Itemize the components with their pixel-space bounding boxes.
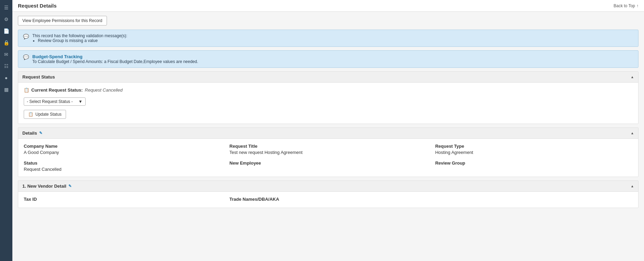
vendor-detail-title-text: 1. New Vendor Detail <box>22 184 66 189</box>
validation-alert-text: This record has the following validation… <box>32 33 127 38</box>
details-header[interactable]: Details ✎ ▲ <box>18 128 638 139</box>
request-type-label: Request Type <box>435 144 633 149</box>
current-status-label: Current Request Status: <box>31 87 83 93</box>
sidebar: ☰ ⚙ 📄 🔒 ✉ ☷ ● ▩ <box>0 0 12 261</box>
request-title-label: Request Title <box>229 144 427 149</box>
vendor-detail-collapse-icon: ▲ <box>631 184 634 188</box>
budget-alert-content: Budget-Spend Tracking To Calculate Budge… <box>32 54 198 64</box>
budget-alert-text: To Calculate Budget / Spend Amounts: a F… <box>32 59 198 64</box>
request-title-value: Test new request Hosting Agreement <box>229 150 427 155</box>
trade-names-label: Trade Names/DBA/AKA <box>229 197 427 202</box>
detail-status: Status Request Cancelled <box>24 160 221 172</box>
review-group-label: Review Group <box>435 160 633 166</box>
collapse-icon: ▲ <box>631 75 634 79</box>
update-status-button[interactable]: 📋 Update Status <box>24 110 66 119</box>
details-grid: Company Name A Good Company Request Titl… <box>24 144 633 172</box>
update-status-label: Update Status <box>35 112 62 117</box>
hamburger-icon[interactable]: ☰ <box>1 3 11 12</box>
request-status-panel: Request Status ▲ 📋 Current Request Statu… <box>18 71 638 124</box>
select-status-label: - Select Request Status - <box>27 99 73 104</box>
detail-tax-id: Tax ID <box>24 197 221 203</box>
request-status-header[interactable]: Request Status ▲ <box>18 72 638 83</box>
chat-bubble-icon: 💬 <box>23 54 29 60</box>
group-icon[interactable]: ▩ <box>1 85 11 94</box>
back-to-top-label: Back to Top <box>614 3 635 8</box>
chat-icon: 💬 <box>23 34 29 39</box>
detail-review-group: Review Group <box>435 160 633 172</box>
vendor-detail-title: 1. New Vendor Detail ✎ <box>22 184 72 189</box>
new-employee-label: New Employee <box>229 160 427 166</box>
mail-icon[interactable]: ✉ <box>1 50 11 59</box>
person-icon[interactable]: ● <box>1 73 11 83</box>
details-title: Details ✎ <box>22 130 42 136</box>
arrow-up-icon: ↑ <box>636 3 638 8</box>
company-name-value: A Good Company <box>24 150 221 155</box>
budget-alert-title: Budget-Spend Tracking <box>32 54 198 59</box>
tax-id-label: Tax ID <box>24 197 221 202</box>
detail-company-name: Company Name A Good Company <box>24 144 221 155</box>
header-bar: Request Details Back to Top ↑ <box>12 0 644 12</box>
validation-alert-content: This record has the following validation… <box>32 33 127 43</box>
request-type-value: Hosting Agreement <box>435 150 633 155</box>
vendor-detail-panel: 1. New Vendor Detail ✎ ▲ Tax ID Trade Na… <box>18 180 638 208</box>
vendor-detail-edit-icon[interactable]: ✎ <box>68 184 72 188</box>
detail-new-employee: New Employee <box>229 160 427 172</box>
detail-request-title: Request Title Test new request Hosting A… <box>229 144 427 155</box>
update-status-icon: 📋 <box>28 112 33 117</box>
current-status-value: Request Cancelled <box>85 87 123 93</box>
details-collapse-icon: ▲ <box>631 131 634 135</box>
vendor-detail-body: Tax ID Trade Names/DBA/AKA <box>18 192 638 208</box>
request-status-body: 📋 Current Request Status: Request Cancel… <box>18 83 638 124</box>
validation-alert-item: Review Group is missing a value <box>38 38 127 43</box>
status-value-field: Request Cancelled <box>24 167 221 172</box>
details-edit-icon[interactable]: ✎ <box>39 131 42 135</box>
main-area: Request Details Back to Top ↑ View Emplo… <box>12 0 644 261</box>
select-request-status[interactable]: - Select Request Status - ▼ <box>24 97 86 106</box>
details-panel: Details ✎ ▲ Company Name A Good Company … <box>18 127 638 177</box>
view-permissions-button[interactable]: View Employee Permissions for this Recor… <box>18 16 107 25</box>
validation-alert-list: Review Group is missing a value <box>38 38 127 43</box>
vendor-detail-header[interactable]: 1. New Vendor Detail ✎ ▲ <box>18 181 638 192</box>
details-body: Company Name A Good Company Request Titl… <box>18 139 638 177</box>
page-title: Request Details <box>18 3 57 9</box>
status-icon: 📋 <box>24 87 29 93</box>
chart-icon[interactable]: ☷ <box>1 61 11 71</box>
content-area: View Employee Permissions for this Recor… <box>12 12 644 261</box>
details-title-text: Details <box>22 130 37 136</box>
status-label-field: Status <box>24 160 221 166</box>
vendor-detail-grid: Tax ID Trade Names/DBA/AKA <box>24 197 633 203</box>
document-icon[interactable]: 📄 <box>1 26 11 36</box>
detail-trade-names: Trade Names/DBA/AKA <box>229 197 427 203</box>
request-status-title: Request Status <box>22 74 55 80</box>
current-status-row: 📋 Current Request Status: Request Cancel… <box>24 87 633 93</box>
lock-icon[interactable]: 🔒 <box>1 38 11 48</box>
validation-alert: 💬 This record has the following validati… <box>18 30 638 47</box>
back-to-top-button[interactable]: Back to Top ↑ <box>614 3 638 8</box>
company-name-label: Company Name <box>24 144 221 149</box>
budget-alert: 💬 Budget-Spend Tracking To Calculate Bud… <box>18 50 638 68</box>
gear-icon[interactable]: ⚙ <box>1 14 11 24</box>
dropdown-arrow-icon: ▼ <box>78 99 83 104</box>
detail-request-type: Request Type Hosting Agreement <box>435 144 633 155</box>
